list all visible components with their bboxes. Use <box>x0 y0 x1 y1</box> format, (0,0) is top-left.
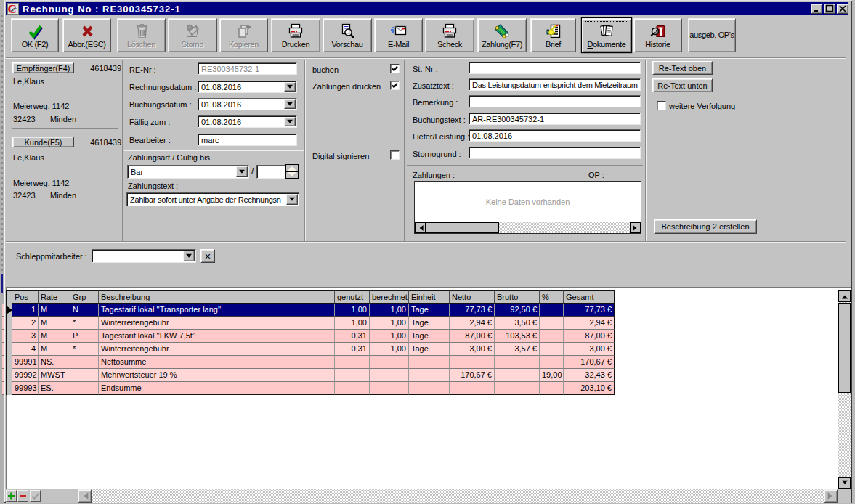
grid-cell[interactable]: 77,73 € <box>564 304 615 317</box>
abort-toolbar-button[interactable]: Abbr.(ESC) <box>62 18 111 52</box>
grid-cell[interactable]: N <box>70 304 99 317</box>
gueltig-bis-spinner[interactable] <box>285 164 299 179</box>
grid-cell[interactable] <box>370 356 409 369</box>
grid-cell[interactable] <box>540 382 564 395</box>
grid-cell[interactable]: 0,31 <box>335 330 370 343</box>
grid-cell[interactable]: Mehrwertsteuer 19 % <box>99 369 335 382</box>
grid-cell[interactable] <box>540 343 564 356</box>
add-record-button[interactable] <box>6 490 17 502</box>
minimize-button[interactable] <box>811 4 822 14</box>
spinner-down-icon[interactable] <box>288 172 296 176</box>
grid-cell[interactable]: 103,53 € <box>495 330 540 343</box>
grid-row-3[interactable]: 3MPTagestarif lokal ''LKW 7,5t''0,311,00… <box>6 330 615 343</box>
grid-scroll-up-icon[interactable] <box>838 290 851 302</box>
grid-cell[interactable]: 99993 <box>12 382 39 395</box>
grid-cell[interactable] <box>540 330 564 343</box>
grid-cell[interactable]: 99991 <box>12 356 39 369</box>
buchungsdatum-dropdown-icon[interactable] <box>284 99 296 109</box>
row-selector-cell[interactable] <box>6 330 12 343</box>
grid-cell[interactable]: 1,00 <box>335 317 370 330</box>
grid-cell[interactable]: 2,94 € <box>564 317 615 330</box>
grid-cell[interactable] <box>70 369 99 382</box>
grid-header-brutto[interactable]: Brutto <box>495 290 540 304</box>
grid-cell[interactable]: Winterreifengebühr <box>99 343 335 356</box>
grid-scroll-left-icon[interactable] <box>78 489 92 503</box>
print-toolbar-button[interactable]: Drucken <box>271 18 320 52</box>
grid-cell[interactable]: 99992 <box>12 369 39 382</box>
grid-cell[interactable]: 87,00 € <box>564 330 615 343</box>
grid-cell[interactable]: Endsumme <box>99 382 335 395</box>
grid-cell[interactable] <box>335 382 370 395</box>
beschreibung-2-erstellen-button[interactable]: Beschreibung 2 erstellen <box>654 219 757 234</box>
row-selector-cell[interactable] <box>6 382 12 395</box>
grid-cell[interactable]: Winterreifengebühr <box>99 317 335 330</box>
open-items-toolbar-button[interactable]: ausgeb. OP's <box>688 18 736 52</box>
grid-cell[interactable]: 1,00 <box>370 304 409 317</box>
grid-cell[interactable]: 1,00 <box>370 343 409 356</box>
grid-header-genutzt[interactable]: genutzt <box>335 290 370 304</box>
grid-cell[interactable]: M <box>39 304 70 317</box>
grid-cell[interactable] <box>540 356 564 369</box>
grid-cell[interactable] <box>409 369 450 382</box>
payment-toolbar-button[interactable]: Zahlung(F7) <box>477 18 527 52</box>
grid-cell[interactable]: * <box>70 317 99 330</box>
grid-header-grp[interactable]: Grp <box>70 290 99 304</box>
grid-cell[interactable]: 1,00 <box>370 317 409 330</box>
grid-cell[interactable] <box>70 382 99 395</box>
grid-cell[interactable]: 3,00 € <box>564 343 615 356</box>
payments-scroll-right-icon[interactable] <box>630 222 641 233</box>
zahlungstext-dropdown-icon[interactable] <box>286 194 298 205</box>
payments-scrollbar-thumb[interactable] <box>426 222 499 233</box>
rechnungsdatum-select[interactable]: 01.08.2016 <box>198 81 297 93</box>
re-text-unten-button[interactable]: Re-Text unten <box>652 78 713 92</box>
payments-scroll-left-icon[interactable] <box>415 222 426 233</box>
history-toolbar-button[interactable]: Historie <box>633 18 682 52</box>
grid-cell[interactable]: 2,94 € <box>450 317 495 330</box>
grid-cell[interactable]: 4 <box>12 343 39 356</box>
grid-cell[interactable]: 3,00 € <box>450 343 495 356</box>
grid-cell[interactable]: Nettosumme <box>99 356 335 369</box>
zahlungstext-select[interactable]: Zahlbar sofort unter Angabe der Rechnung… <box>126 192 299 206</box>
letter-toolbar-button[interactable]: Brief <box>530 18 576 52</box>
buchungstext-input[interactable]: AR-RE300345732-1 <box>469 113 641 125</box>
documents-toolbar-button[interactable]: Dokumente <box>582 18 631 52</box>
grid-vertical-scrollbar[interactable] <box>838 290 851 489</box>
close-button[interactable] <box>837 4 848 14</box>
grid-cell[interactable]: ES. <box>39 382 70 395</box>
grid-cell[interactable]: M <box>39 317 70 330</box>
grid-cell[interactable]: * <box>70 343 99 356</box>
grid-header-gesamt[interactable]: Gesamt <box>564 290 615 304</box>
bemerkung-input[interactable] <box>469 95 641 107</box>
re-nr-input[interactable]: RE300345732-1 <box>198 62 297 75</box>
grid-cell[interactable]: 0,31 <box>335 343 370 356</box>
grid-cell[interactable]: 32,43 € <box>564 369 615 382</box>
grid-cell[interactable]: 1,00 <box>370 330 409 343</box>
grid-cell[interactable]: 87,00 € <box>450 330 495 343</box>
grid-cell[interactable]: MWST <box>39 369 70 382</box>
grid-scroll-down-icon[interactable] <box>838 477 851 489</box>
grid-cell[interactable]: 19,00 <box>540 369 564 382</box>
schleppmitarbeiter-clear-button[interactable]: × <box>200 249 215 263</box>
grid-cell[interactable]: Tage <box>409 317 450 330</box>
payments-scrollbar[interactable] <box>415 222 641 233</box>
maximize-button[interactable] <box>824 4 835 14</box>
grid-header-einheit[interactable]: Einheit <box>409 290 450 304</box>
row-selector-cell[interactable] <box>6 343 12 356</box>
grid-cell[interactable] <box>450 356 495 369</box>
grid-cell[interactable] <box>70 356 99 369</box>
row-selector-cell[interactable] <box>6 317 12 330</box>
grid-row-5[interactable]: 99991NS.Nettosumme170,67 € <box>6 356 615 369</box>
grid-row-7[interactable]: 99993ES.Endsumme203,10 € <box>6 382 615 395</box>
grid-header-netto[interactable]: Netto <box>450 290 495 304</box>
grid-header-beschreibung[interactable]: Beschreibung <box>99 290 335 304</box>
grid-cell[interactable] <box>335 356 370 369</box>
grid-cell[interactable]: Tage <box>409 330 450 343</box>
grid-scroll-right-icon[interactable] <box>824 489 838 503</box>
grid-cell[interactable] <box>370 382 409 395</box>
buchen-checkbox[interactable] <box>390 64 400 73</box>
grid-row-1[interactable]: 1MNTagestarif lokal ''Transporter lang''… <box>6 304 615 317</box>
grid-cell[interactable] <box>495 382 540 395</box>
grid-cell[interactable]: 170,67 € <box>450 369 495 382</box>
gueltig-bis-input[interactable] <box>256 165 286 179</box>
grid-cell[interactable] <box>540 317 564 330</box>
